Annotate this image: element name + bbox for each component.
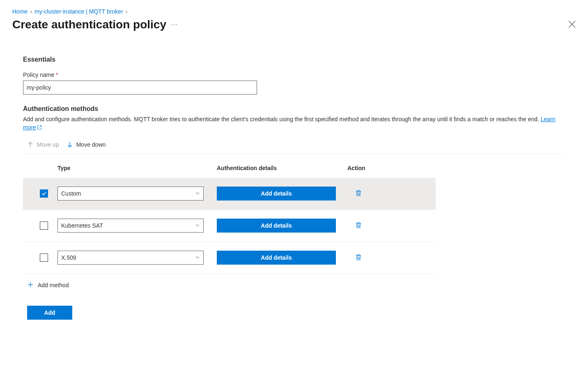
trash-icon: [355, 254, 362, 261]
check-icon: [41, 191, 47, 196]
col-action-header: Action: [347, 165, 436, 171]
type-select-value: Kubernetes SAT: [61, 222, 103, 229]
row-checkbox[interactable]: [40, 221, 48, 230]
trash-icon: [355, 189, 362, 197]
chevron-down-icon: [195, 190, 200, 197]
auth-methods-table: Type Authentication details Action Custo…: [23, 154, 436, 302]
add-details-button[interactable]: Add details: [217, 251, 336, 265]
table-header: Type Authentication details Action: [23, 154, 436, 178]
table-row: X.509 Add details: [23, 242, 436, 274]
page-header: Create authentication policy ···: [12, 18, 576, 31]
essentials-heading: Essentials: [23, 56, 563, 63]
breadcrumb-sep: ›: [126, 8, 128, 15]
move-up-label: Move up: [37, 141, 59, 148]
breadcrumb-sep: ›: [30, 8, 32, 15]
add-method-label: Add method: [38, 282, 69, 288]
add-button[interactable]: Add: [27, 306, 72, 320]
policy-name-input[interactable]: [23, 81, 257, 95]
type-select[interactable]: X.509: [57, 251, 204, 265]
required-indicator: *: [56, 71, 58, 78]
auth-methods-description: Add and configure authentication methods…: [23, 115, 563, 132]
auth-methods-description-text: Add and configure authentication methods…: [23, 116, 541, 122]
chevron-down-icon: [195, 254, 200, 261]
move-down-button[interactable]: Move down: [67, 141, 106, 148]
chevron-down-icon: [195, 222, 200, 229]
move-down-label: Move down: [76, 141, 106, 148]
type-select-value: X.509: [61, 254, 76, 261]
arrow-up-icon: [27, 141, 34, 148]
page-title: Create authentication policy: [12, 18, 166, 31]
table-row: Kubernetes SAT Add details: [23, 210, 436, 242]
delete-row-button[interactable]: [353, 220, 364, 232]
table-row: Custom Add details: [23, 178, 436, 210]
delete-row-button[interactable]: [353, 252, 364, 264]
policy-name-label: Policy name *: [23, 71, 563, 78]
footer: Add: [23, 302, 563, 320]
type-select[interactable]: Kubernetes SAT: [57, 219, 204, 233]
delete-row-button[interactable]: [353, 188, 364, 200]
add-details-button[interactable]: Add details: [217, 219, 336, 233]
type-select-value: Custom: [61, 190, 81, 197]
breadcrumb-instance[interactable]: my-cluster-instance | MQTT broker: [34, 8, 123, 15]
col-type-header: Type: [57, 165, 217, 171]
close-button[interactable]: [568, 21, 576, 29]
breadcrumb: Home › my-cluster-instance | MQTT broker…: [12, 8, 576, 15]
auth-methods-heading: Authentication methods: [23, 105, 563, 113]
external-link-icon: [37, 124, 42, 132]
plus-icon: [27, 281, 34, 289]
move-up-button[interactable]: Move up: [27, 141, 59, 148]
add-details-button[interactable]: Add details: [217, 187, 336, 201]
add-method-button[interactable]: Add method: [23, 274, 436, 302]
col-details-header: Authentication details: [217, 165, 347, 171]
more-icon[interactable]: ···: [171, 21, 178, 28]
row-checkbox[interactable]: [40, 189, 48, 198]
breadcrumb-home[interactable]: Home: [12, 8, 28, 15]
trash-icon: [355, 221, 362, 229]
row-checkbox[interactable]: [40, 254, 48, 262]
policy-name-label-text: Policy name: [23, 71, 54, 78]
arrow-down-icon: [67, 141, 73, 148]
type-select[interactable]: Custom: [57, 187, 204, 201]
reorder-toolbar: Move up Move down: [23, 138, 563, 154]
